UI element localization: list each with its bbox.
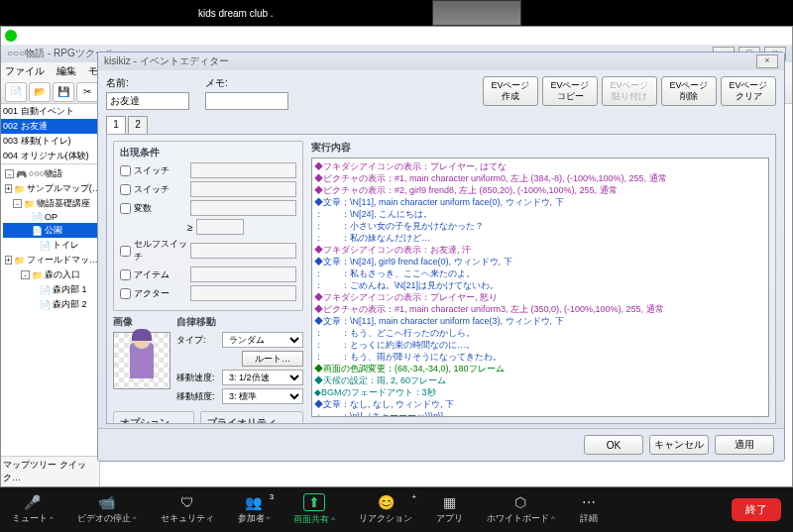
zoom-画面共有[interactable]: ⬆画面共有^ — [293, 493, 335, 526]
ev-page-button[interactable]: EVページクリア — [721, 76, 776, 106]
end-meeting-button[interactable]: 終了 — [732, 498, 781, 521]
tree-node[interactable]: -📁物語基礎講座 — [3, 196, 97, 211]
menu-item[interactable]: 編集 — [57, 64, 76, 78]
cond-checkbox[interactable] — [120, 246, 131, 257]
command-line[interactable]: ： ：もう、雨が降りそうになってきたわ。 — [314, 351, 766, 363]
tree-node[interactable]: 📄トイレ — [3, 238, 97, 253]
command-line[interactable]: ： ：もう、どこへ行ったのかしら。 — [314, 327, 766, 339]
event-row[interactable]: 003 移動(トイレ) — [1, 134, 99, 149]
cond-checkbox[interactable] — [120, 288, 131, 299]
zoom-詳細[interactable]: ⋯詳細 — [579, 494, 599, 525]
ev-page-button[interactable]: EVページコピー — [542, 76, 598, 106]
chevron-up-icon: ^ — [133, 514, 137, 523]
zoom-参加者[interactable]: 👥参加者^3 — [238, 494, 271, 525]
status-bar — [1, 27, 792, 45]
zoom-リアクション[interactable]: 😊リアクション+ — [359, 494, 412, 525]
event-row[interactable]: 002 お友達 — [1, 119, 99, 134]
tree-node[interactable]: 📄森内部 1 — [3, 282, 97, 297]
command-line[interactable]: ◆文章：\N[24], girl9 frend face(0), ウィンドウ, … — [314, 256, 766, 267]
name-input[interactable] — [106, 92, 189, 110]
command-line[interactable]: ◆ピクチャの表示：#1, main character uniform0, 左上… — [314, 172, 766, 184]
ev-page-button[interactable]: EVページ削除 — [661, 76, 717, 106]
tree-node[interactable]: +📁サンプルマップ(… — [3, 181, 97, 196]
memo-input[interactable] — [205, 92, 288, 110]
chevron-up-icon: ^ — [50, 514, 54, 523]
speed-select[interactable]: 3: 1/2倍速 — [222, 370, 303, 385]
command-line[interactable]: ： ：とっくに約束の時間なのに…。 — [314, 339, 766, 351]
conditions-group: 出現条件 スイッチスイッチ変数≥セルフスイッチアイテムアクター — [113, 141, 303, 311]
command-line[interactable]: ◆フキダシアイコンの表示：プレイヤー, 怒り — [314, 291, 766, 303]
cond-select[interactable] — [190, 162, 296, 178]
cond-checkbox[interactable] — [120, 203, 131, 214]
cond-checkbox[interactable] — [120, 184, 131, 195]
map-tabs[interactable]: マップツリー クイック… — [1, 456, 99, 486]
character-image[interactable] — [113, 332, 170, 389]
zoom-セキュリティ[interactable]: 🛡セキュリティ — [161, 494, 214, 525]
cond-select[interactable] — [190, 285, 296, 301]
cond-value[interactable] — [196, 219, 244, 235]
type-select[interactable]: ランダム — [222, 332, 303, 348]
command-line[interactable]: ： ：ごめんね。\N[21]は見かけてないわ。 — [314, 279, 766, 291]
map-tree[interactable]: -🎮○○○物語+📁サンプルマップ(…-📁物語基礎講座📄OP📄公園📄トイレ+📁フィ… — [1, 164, 99, 456]
cond-select[interactable] — [190, 200, 296, 216]
cancel-button[interactable]: キャンセル — [649, 435, 709, 455]
event-row[interactable]: 001 自動イベント — [1, 104, 99, 119]
command-line[interactable]: ◆文章：なし, なし, ウィンドウ, 下 — [314, 398, 766, 410]
command-line[interactable]: ◆文章：\N[11], main character uniform face(… — [314, 315, 766, 327]
ev-page-button[interactable]: EVページ作成 — [483, 76, 538, 106]
dialog-footer: OK キャンセル 適用 — [98, 428, 784, 461]
zoom-ミュート[interactable]: 🎤ミュート^ — [12, 494, 54, 525]
event-row[interactable]: 004 オリジナル(体験) — [1, 149, 99, 163]
command-list[interactable]: ◆フキダシアイコンの表示：プレイヤー, はてな◆ピクチャの表示：#1, main… — [311, 158, 769, 417]
command-line[interactable]: ： ：\n\{（キャーーーッ\}\n\} — [314, 410, 766, 417]
command-line[interactable]: ◆BGMのフェードアウト：3秒 — [314, 386, 766, 398]
event-list[interactable]: 001 自動イベント002 お友達003 移動(トイレ)004 オリジナル(体験… — [1, 104, 99, 164]
badge: + — [411, 492, 416, 501]
tree-node[interactable]: -📁森の入口 — [3, 267, 97, 282]
tree-node[interactable]: 📄公園 — [3, 223, 97, 238]
command-line[interactable]: ◆ピクチャの表示：#1, main character uniform3, 左上… — [314, 303, 766, 315]
zoom-icon: ⬡ — [510, 494, 530, 510]
command-line[interactable]: ◆文章：\N[11], main character uniform face(… — [314, 196, 766, 208]
cond-checkbox[interactable] — [120, 269, 131, 280]
cut-icon[interactable]: ✂ — [76, 82, 98, 102]
route-button[interactable]: ルート… — [242, 351, 303, 367]
video-thumbnail[interactable] — [432, 0, 521, 26]
cond-checkbox[interactable] — [120, 165, 131, 176]
dialog-close-button[interactable]: × — [756, 54, 778, 68]
command-line[interactable]: ◆フキダシアイコンの表示：プレイヤー, はてな — [314, 160, 766, 172]
freq-label: 移動頻度: — [176, 390, 218, 403]
page-buttons: EVページ作成EVページコピーEVページ貼り付けEVページ削除EVページクリア — [483, 76, 776, 106]
command-line[interactable]: ： ：私の妹なんだけど… — [314, 232, 766, 244]
zoom-ホワイトボード[interactable]: ⬡ホワイトボード^ — [487, 494, 555, 525]
cond-select[interactable] — [190, 181, 296, 197]
cond-select[interactable] — [190, 243, 296, 259]
tree-node[interactable]: -🎮○○○物語 — [3, 166, 97, 181]
command-line[interactable]: ： ：\N[24], こんにちは。 — [314, 208, 766, 220]
apply-button[interactable]: 適用 — [715, 435, 774, 455]
priority-title: プライオリティ — [207, 416, 296, 424]
zoom-ビデオの停止[interactable]: 📹ビデオの停止^ — [77, 494, 137, 525]
command-line[interactable]: ◆画面の色調変更：(68,-34,-34,0), 180フレーム — [314, 363, 766, 374]
command-line[interactable]: ◆天候の設定：雨, 2, 60フレーム — [314, 374, 766, 386]
sprite-icon — [130, 343, 154, 378]
open-icon[interactable]: 📂 — [29, 82, 51, 102]
command-line[interactable]: ◆ピクチャの表示：#2, girl9 frend8, 左上 (850,20), … — [314, 184, 766, 196]
command-line[interactable]: ： ：私もさっき、ここへ来たのよ。 — [314, 267, 766, 279]
zoom-アプリ[interactable]: ▦アプリ — [436, 494, 463, 525]
cond-select[interactable] — [190, 266, 296, 282]
page-tab[interactable]: 1 — [106, 116, 126, 134]
tree-node[interactable]: 📄森内部 2 — [3, 297, 97, 312]
cond-label: 変数 — [134, 202, 187, 215]
new-icon[interactable]: 📄 — [5, 82, 27, 102]
command-line[interactable]: ◆フキダシアイコンの表示：お友達, 汗 — [314, 244, 766, 256]
command-line[interactable]: ： ：小さい女の子を見かけなかった？ — [314, 220, 766, 232]
tree-node[interactable]: 📄OP — [3, 211, 97, 223]
ok-button[interactable]: OK — [584, 435, 643, 455]
type-label: タイプ: — [176, 334, 218, 347]
menu-item[interactable]: ファイル — [5, 64, 45, 78]
page-tab[interactable]: 2 — [128, 116, 148, 134]
save-icon[interactable]: 💾 — [53, 82, 74, 102]
tree-node[interactable]: +📁フィールドマッ… — [3, 253, 97, 267]
freq-select[interactable]: 3: 標準 — [222, 388, 303, 404]
